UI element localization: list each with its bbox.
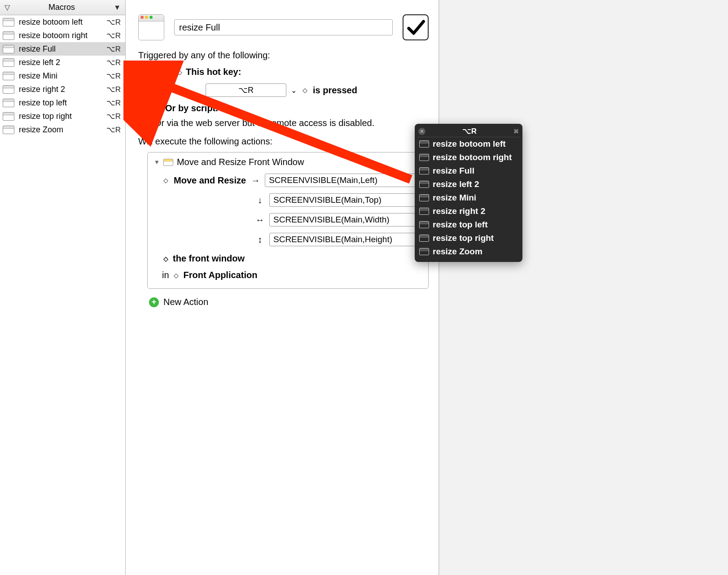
conflict-palette: ✕ ⌥R ⌘ resize botoom leftresize botoom r…	[415, 124, 522, 262]
macro-icon	[3, 99, 14, 107]
palette-item-label: resize botoom right	[433, 152, 512, 162]
background-panel	[439, 0, 728, 575]
macro-row[interactable]: resize top left⌥R	[0, 96, 125, 109]
macro-row[interactable]: resize left 2⌥R	[0, 56, 125, 69]
top-input[interactable]	[269, 193, 422, 207]
macro-row[interactable]: resize Mini⌥R	[0, 69, 125, 83]
macro-shortcut: ⌥R	[106, 31, 121, 40]
macro-name: resize Mini	[19, 71, 102, 81]
macro-icon	[138, 14, 164, 40]
macro-name: resize left 2	[19, 58, 102, 67]
palette-header: ✕ ⌥R ⌘	[417, 126, 520, 137]
macro-shortcut: ⌥R	[106, 85, 121, 94]
hotkey-input[interactable]	[206, 83, 286, 97]
action-title: Move and Resize Front Window	[177, 157, 304, 167]
action-block: ▼ Move and Resize Front Window ◇ Move an…	[147, 152, 429, 289]
width-input[interactable]	[269, 213, 422, 227]
trigger-type-label: This hot key:	[186, 67, 241, 77]
or-via-web-label: Or via the web server but all remote acc…	[154, 118, 429, 128]
macro-shortcut: ⌥R	[106, 71, 121, 81]
action-icon	[163, 159, 173, 166]
macro-icon	[3, 72, 14, 80]
palette-item-label: resize Mini	[433, 193, 476, 203]
palette-item[interactable]: resize Mini	[417, 191, 520, 205]
arrow-down-icon: ↓	[255, 195, 265, 205]
palette-item[interactable]: resize botoom left	[417, 137, 520, 151]
palette-item[interactable]: resize top right	[417, 231, 520, 245]
palette-item-label: resize right 2	[433, 206, 485, 216]
move-width-row: ↔	[255, 213, 422, 227]
trigger-stepper-icon[interactable]: ◇	[176, 69, 183, 76]
macro-row[interactable]: resize botoom right⌥R	[0, 29, 125, 42]
macro-shortcut: ⌥R	[106, 125, 121, 135]
palette-item-label: resize Full	[433, 166, 474, 176]
arrow-leftright-icon: ↔	[255, 215, 265, 225]
macro-shortcut: ⌥R	[106, 58, 121, 67]
trigger-row: + − ◇ This hot key:	[151, 67, 429, 77]
macro-icon	[3, 112, 14, 121]
macro-row[interactable]: resize Full⌥R	[0, 42, 125, 56]
sort-toggle-icon[interactable]: ▽	[4, 3, 10, 12]
macro-icon	[3, 58, 14, 67]
palette-item[interactable]: resize Zoom	[417, 245, 520, 258]
macro-row[interactable]: resize top right⌥R	[0, 109, 125, 123]
macro-icon	[419, 154, 429, 161]
palette-item-label: resize top right	[433, 233, 494, 243]
move-left-row: ◇ Move and Resize →	[162, 174, 422, 187]
or-script-stepper-icon[interactable]: ◇	[154, 105, 162, 112]
palette-item-label: resize top left	[433, 220, 487, 230]
palette-item[interactable]: resize top left	[417, 218, 520, 231]
macro-name: resize right 2	[19, 85, 102, 94]
move-top-row: ↓	[255, 193, 422, 207]
palette-item[interactable]: resize botoom right	[417, 151, 520, 164]
remove-trigger-button[interactable]: −	[163, 67, 173, 77]
palette-item[interactable]: resize left 2	[417, 178, 520, 191]
macro-shortcut: ⌥R	[106, 112, 121, 121]
action-header[interactable]: ▼ Move and Resize Front Window	[154, 157, 422, 167]
front-window-row: ◇ the front window	[162, 253, 422, 264]
hotkey-row: ⌄ ◇ is pressed	[206, 83, 429, 97]
dropdown-icon[interactable]: ⌄	[291, 86, 297, 95]
in-label: in	[162, 270, 169, 280]
macro-name: resize Zoom	[19, 125, 102, 135]
move-stepper-icon[interactable]: ◇	[162, 177, 169, 184]
macro-name: resize Full	[19, 44, 102, 54]
macro-icon	[419, 221, 429, 228]
macro-shortcut: ⌥R	[106, 44, 121, 54]
palette-item-label: resize Zoom	[433, 247, 482, 257]
title-row	[138, 14, 429, 40]
macro-name: resize top right	[19, 112, 102, 121]
macro-icon	[419, 235, 429, 242]
move-resize-label: Move and Resize	[174, 175, 246, 186]
palette-close-button[interactable]: ✕	[418, 128, 425, 135]
execute-label: Will execute the following actions:	[138, 136, 429, 147]
macro-name: resize botoom left	[19, 17, 102, 27]
add-trigger-button[interactable]: +	[151, 67, 161, 77]
enable-macro-checkbox[interactable]	[403, 14, 429, 40]
new-action-row: + New Action	[149, 297, 429, 307]
macro-icon	[3, 31, 14, 40]
sort-direction-icon[interactable]: ▼	[114, 4, 121, 12]
disclosure-triangle-icon[interactable]: ▼	[154, 159, 160, 166]
app-stepper-icon[interactable]: ◇	[173, 272, 180, 279]
main-panel: Triggered by any of the following: + − ◇…	[126, 0, 439, 575]
left-input[interactable]	[265, 174, 422, 187]
macro-row[interactable]: resize botoom left⌥R	[0, 15, 125, 29]
macros-sidebar: ▽ Macros ▼ resize botoom left⌥Rresize bo…	[0, 0, 126, 575]
macro-icon	[3, 18, 14, 26]
hotkey-mode-stepper-icon[interactable]: ◇	[301, 87, 308, 94]
macro-row[interactable]: resize right 2⌥R	[0, 83, 125, 96]
palette-item[interactable]: resize Full	[417, 164, 520, 178]
palette-item[interactable]: resize right 2	[417, 205, 520, 218]
or-by-script-row: ◇ Or by script.	[154, 103, 429, 113]
new-action-button[interactable]: +	[149, 297, 159, 307]
palette-title: ⌥R	[428, 126, 511, 136]
height-input[interactable]	[269, 233, 422, 246]
editor-window: ▽ Macros ▼ resize botoom left⌥Rresize bo…	[0, 0, 439, 575]
window-stepper-icon[interactable]: ◇	[162, 255, 169, 262]
arrow-right-icon: →	[250, 175, 260, 186]
macro-shortcut: ⌥R	[106, 17, 121, 27]
macro-name-input[interactable]	[174, 19, 393, 35]
palette-menu-icon[interactable]: ⌘	[513, 128, 519, 135]
macro-row[interactable]: resize Zoom⌥R	[0, 123, 125, 136]
